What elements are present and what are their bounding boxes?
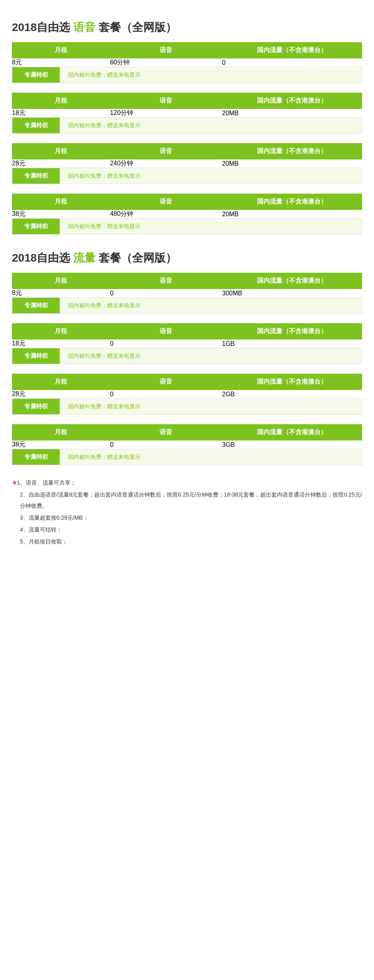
privilege-label: 专属特权: [12, 67, 60, 83]
voice-cell: 0: [110, 340, 222, 348]
col-header-2: 国内流量（不含港澳台）: [222, 194, 362, 210]
privilege-content: 国内被叫免费；赠送来电显示: [60, 118, 362, 134]
monthly-fee-cell: 28元: [12, 159, 110, 168]
data-cell: 1GB: [222, 340, 362, 348]
monthly-fee-cell: 18元: [12, 109, 110, 117]
data-cell: 3GB: [222, 441, 362, 449]
privilege-content: 国内被叫免费；赠送来电显示: [60, 449, 362, 465]
col-header-1: 语音: [110, 424, 222, 441]
col-header-2: 国内流量（不含港澳台）: [222, 93, 362, 109]
data-cell: 20MB: [222, 210, 362, 218]
section2-title-suffix: 套餐（全网版）: [95, 252, 177, 264]
section1-title-suffix: 套餐（全网版）: [95, 21, 177, 33]
col-header-0: 月租: [12, 93, 110, 109]
col-header-2: 国内流量（不含港澳台）: [222, 42, 362, 58]
section2-title-prefix: 2018自由选: [12, 252, 73, 264]
col-header-2: 国内流量（不含港澳台）: [222, 424, 362, 441]
voice-cell: 240分钟: [110, 159, 222, 168]
privilege-content: 国内被叫免费；赠送来电显示: [60, 399, 362, 415]
privilege-content: 国内被叫免费；赠送来电显示: [60, 348, 362, 364]
data-cell: 20MB: [222, 109, 362, 117]
data-cell: 2GB: [222, 390, 362, 398]
col-header-0: 月租: [12, 273, 110, 289]
col-header-0: 月租: [12, 323, 110, 340]
section1-title-prefix: 2018自由选: [12, 21, 73, 33]
plan-block-0: 月租语音国内流量（不含港澳台）8元0300MB专属特权国内被叫免费；赠送来电显示: [12, 273, 362, 314]
note-line-1: 2、自由选语音/流量8元套餐，超出套内语音通话分钟数后，按照0.25元/分钟收费…: [12, 489, 362, 511]
section2-title: 2018自由选 流量 套餐（全网版）: [12, 250, 362, 266]
monthly-fee-cell: 8元: [12, 289, 110, 297]
plan-block-1: 月租语音国内流量（不含港澳台）18元01GB专属特权国内被叫免费；赠送来电显示: [12, 323, 362, 364]
privilege-content: 国内被叫免费；赠送来电显示: [60, 168, 362, 184]
col-header-0: 月租: [12, 424, 110, 441]
col-header-1: 语音: [110, 273, 222, 289]
voice-cell: 480分钟: [110, 210, 222, 218]
voice-cell: 0: [110, 441, 222, 449]
plan-block-1: 月租语音国内流量（不含港澳台）18元120分钟20MB专属特权国内被叫免费；赠送…: [12, 93, 362, 134]
col-header-1: 语音: [110, 374, 222, 390]
notes-section: ★1、语音、流量可共享；2、自由选语音/流量8元套餐，超出套内语音通话分钟数后，…: [12, 477, 362, 547]
voice-cell: 60分钟: [110, 58, 222, 67]
col-header-0: 月租: [12, 42, 110, 58]
privilege-label: 专属特权: [12, 348, 60, 364]
privilege-label: 专属特权: [12, 118, 60, 134]
col-header-1: 语音: [110, 93, 222, 109]
plan-block-3: 月租语音国内流量（不含港澳台）38元480分钟20MB专属特权国内被叫免费；赠送…: [12, 194, 362, 235]
plan-block-0: 月租语音国内流量（不含港澳台）8元60分钟0专属特权国内被叫免费；赠送来电显示: [12, 42, 362, 83]
monthly-fee-cell: 18元: [12, 340, 110, 348]
section1-title: 2018自由选 语音 套餐（全网版）: [12, 20, 362, 35]
section2-title-highlight: 流量: [73, 252, 95, 264]
privilege-label: 专属特权: [12, 399, 60, 415]
note-line-3: 4、流量可结转；: [12, 524, 362, 535]
plan-block-2: 月租语音国内流量（不含港澳台）28元02GB专属特权国内被叫免费；赠送来电显示: [12, 374, 362, 415]
monthly-fee-cell: 28元: [12, 390, 110, 398]
monthly-fee-cell: 38元: [12, 441, 110, 449]
monthly-fee-cell: 8元: [12, 58, 110, 67]
col-header-1: 语音: [110, 194, 222, 210]
voice-cell: 120分钟: [110, 109, 222, 117]
monthly-fee-cell: 38元: [12, 210, 110, 218]
col-header-0: 月租: [12, 143, 110, 159]
col-header-2: 国内流量（不含港澳台）: [222, 323, 362, 340]
data-cell: 20MB: [222, 159, 362, 168]
plan-block-3: 月租语音国内流量（不含港澳台）38元03GB专属特权国内被叫免费；赠送来电显示: [12, 424, 362, 465]
col-header-1: 语音: [110, 143, 222, 159]
privilege-content: 国内被叫免费；赠送来电显示: [60, 219, 362, 235]
col-header-2: 国内流量（不含港澳台）: [222, 273, 362, 289]
section1-plans: 月租语音国内流量（不含港澳台）8元60分钟0专属特权国内被叫免费；赠送来电显示月…: [12, 42, 362, 235]
col-header-1: 语音: [110, 42, 222, 58]
plan-block-2: 月租语音国内流量（不含港澳台）28元240分钟20MB专属特权国内被叫免费；赠送…: [12, 143, 362, 184]
voice-cell: 0: [110, 289, 222, 297]
privilege-content: 国内被叫免费；赠送来电显示: [60, 298, 362, 314]
data-cell: 0: [222, 58, 362, 67]
note-star: ★: [12, 479, 17, 486]
note-line-0: ★1、语音、流量可共享；: [12, 477, 362, 488]
col-header-0: 月租: [12, 194, 110, 210]
note-line-4: 5、月租按日收取；: [12, 536, 362, 547]
privilege-label: 专属特权: [12, 168, 60, 184]
section2-plans: 月租语音国内流量（不含港澳台）8元0300MB专属特权国内被叫免费；赠送来电显示…: [12, 273, 362, 465]
col-header-2: 国内流量（不含港澳台）: [222, 143, 362, 159]
privilege-label: 专属特权: [12, 298, 60, 314]
voice-cell: 0: [110, 390, 222, 398]
privilege-content: 国内被叫免费；赠送来电显示: [60, 67, 362, 83]
col-header-2: 国内流量（不含港澳台）: [222, 374, 362, 390]
data-cell: 300MB: [222, 289, 362, 297]
note-line-2: 3、流量超套按0.29元/MB；: [12, 512, 362, 523]
privilege-label: 专属特权: [12, 449, 60, 465]
col-header-0: 月租: [12, 374, 110, 390]
col-header-1: 语音: [110, 323, 222, 340]
section1-title-highlight: 语音: [73, 21, 95, 33]
privilege-label: 专属特权: [12, 219, 60, 235]
